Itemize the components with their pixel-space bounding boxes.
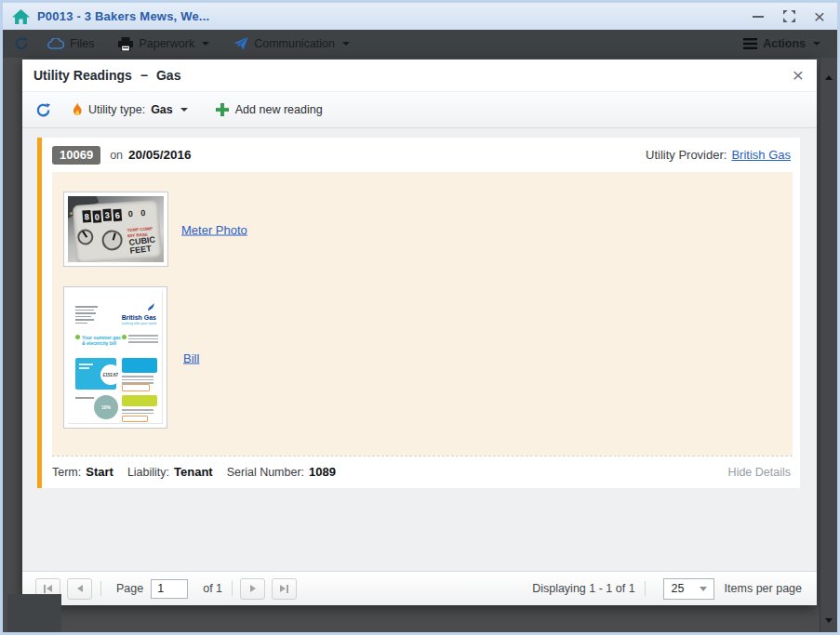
bill-brand-logo: British Gas Looking after your world [122,298,156,325]
close-icon: × [814,9,825,24]
utility-provider-label: Utility Provider: [646,148,727,162]
meter-digit: 8 [82,210,91,223]
bill-side-note [122,335,158,345]
meter-photo-thumbnail[interactable]: 8 0 3 6 0 0 TEMP COMP 60 [63,192,168,267]
cloud-icon [47,38,64,49]
dial-needle [82,231,87,238]
items-per-page-select[interactable]: 25 [663,578,714,600]
meter-digit: 3 [102,208,112,221]
meter-unit-text: CUBIC FEET [128,235,156,254]
minimize-icon [753,16,764,18]
modal-close-button[interactable]: × [793,67,804,84]
meter-static-digits: 0 0 [127,207,148,218]
previous-page-button[interactable] [67,578,92,600]
term-label: Term: [52,466,81,479]
serial-number-field: Serial Number: 1089 [227,465,336,479]
chevron-down-icon [342,42,350,46]
items-per-page-value: 25 [672,582,685,595]
modal-content: 10069 on 20/05/2016 Utility Provider: Br… [22,128,817,571]
bill-brand-name: British Gas [122,314,156,321]
meter-digit: 6 [113,209,122,222]
toolbar-files-button[interactable]: Files [47,37,94,50]
window-controls: × [750,8,828,25]
meter-face: 8 0 3 6 0 0 TEMP COMP 60 [73,200,162,262]
chevron-down-icon [813,42,820,46]
app-window: P0013 - 3 Bakers Mews, We... × Files [0,0,840,635]
modal-header: Utility Readings − Gas × [22,60,817,91]
utility-provider: Utility Provider: British Gas [646,148,793,162]
bill-link[interactable]: Bill [183,351,199,365]
toolbar-paperwork-button[interactable]: Paperwork [118,37,209,51]
page-number-input[interactable] [151,579,188,599]
bill-label-line [75,397,94,399]
bill-brand-tagline: Looking after your world [122,322,156,325]
utility-readings-modal: Utility Readings − Gas × Utility type: G… [22,60,817,605]
first-page-icon [47,585,52,592]
maximize-button[interactable] [780,8,797,25]
meter-photo-link[interactable]: Meter Photo [181,223,247,237]
vertical-scrollbar[interactable] [820,58,837,632]
utility-provider-link[interactable]: British Gas [731,148,791,162]
modal-filter-bar: Utility type: Gas Add new reading [22,91,817,128]
divider [100,581,101,596]
modal-title-left: Utility Readings [33,68,132,83]
meter-dial [101,230,123,251]
meter-digits: 8 0 3 6 0 0 [82,206,148,223]
pagination-right: Displaying 1 - 1 of 1 25 Items per page [532,578,802,600]
background-panel-corner [7,594,61,632]
reading-card-footer: Term: Start Liability: Tenant Serial Num… [52,456,793,487]
bill-offer-lines [122,409,153,416]
utility-type-value: Gas [151,103,173,116]
reading-card-header: 10069 on 20/05/2016 Utility Provider: Br… [52,138,793,172]
refresh-button[interactable] [35,102,51,118]
bill-usage-box [122,358,157,373]
scroll-down-icon[interactable] [825,618,833,623]
chevron-down-icon [202,42,209,46]
bullet-icon [122,335,127,339]
utility-type-dropdown[interactable]: Utility type: Gas [72,102,188,117]
plus-icon [216,103,229,116]
modal-title-dash: − [140,68,148,83]
minimize-button[interactable] [750,8,767,25]
term-value: Start [86,465,113,479]
send-icon [233,37,248,50]
toolbar-actions-label: Actions [763,37,806,50]
reading-id-badge: 10069 [52,146,100,165]
next-page-icon [250,585,256,592]
hide-details-button[interactable]: Hide Details [728,466,793,479]
meter-screw [70,212,73,215]
chevron-down-icon [700,587,707,591]
toolbar-communication-button[interactable]: Communication [233,37,350,50]
add-new-reading-button[interactable]: Add new reading [216,103,323,116]
utility-type-label: Utility type: [88,103,145,116]
bill-amount: £152.67 [100,364,121,385]
modal-title: Utility Readings − Gas [33,68,180,83]
divider [645,581,646,596]
bill-offer-box [122,395,157,406]
bill-thumbnail[interactable]: British Gas Looking after your world You… [63,286,167,429]
liability-label: Liability: [127,466,169,479]
add-new-reading-label: Add new reading [235,103,323,116]
chevron-down-icon [180,108,188,112]
toolbar-actions-button[interactable]: Actions [743,37,820,50]
printer-icon [118,37,133,51]
divider [232,581,233,596]
last-page-button[interactable] [272,578,297,600]
toolbar-files-label: Files [70,37,94,50]
previous-page-icon [77,585,83,592]
toolbar-refresh-button[interactable] [14,36,29,51]
liability-value: Tenant [174,465,213,479]
bill-callout-box [122,384,150,391]
window-close-button[interactable]: × [811,8,828,25]
liability-field: Liability: Tenant [127,465,213,479]
next-page-button[interactable] [240,578,265,600]
serial-number-value: 1089 [309,465,336,479]
scroll-up-icon[interactable] [825,75,833,80]
page-of-label: of 1 [203,582,222,595]
brand-flame-icon [147,303,154,311]
reading-date: 20/05/2016 [128,148,192,162]
reading-card: 10069 on 20/05/2016 Utility Provider: Br… [37,138,800,488]
page-label: Page [116,582,143,595]
bill-image: British Gas Looking after your world You… [68,291,163,424]
refresh-icon [14,36,29,51]
